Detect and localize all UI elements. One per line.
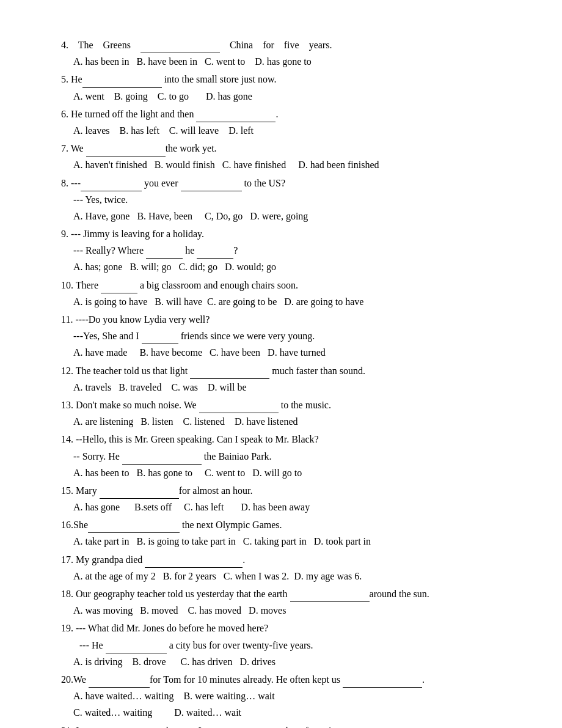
question-7: 7. We the work yet. A. haven't finished …	[61, 140, 525, 173]
q7-options: A. haven't finished B. would finish C. h…	[61, 156, 525, 173]
q13-text: 13. Don't make so much noise. We to the …	[61, 397, 525, 413]
question-20: 20.We for Tom for 10 minutes already. He…	[61, 671, 525, 721]
q15-options: A. has gone B.sets off C. has left D. ha…	[61, 499, 525, 515]
q17-options: A. at the age of my 2 B. for 2 years C. …	[61, 568, 525, 584]
question-9: 9. --- Jimmy is leaving for a holiday. -…	[61, 226, 525, 276]
q8-sub: --- Yes, twice.	[61, 191, 525, 208]
q9-text: 9. --- Jimmy is leaving for a holiday.	[61, 226, 525, 242]
q8-blank2	[181, 191, 242, 191]
q12-options: A. travels B. traveled C. was D. will be	[61, 379, 525, 395]
q18-blank	[290, 601, 370, 602]
question-8: 8. --- you ever to the US? --- Yes, twic…	[61, 175, 525, 225]
question-18: 18. Our geography teacher told us yester…	[61, 586, 525, 619]
q11-options: A. have made B. have become C. have been…	[61, 344, 525, 361]
q15-text: 15. Mary for almost an hour.	[61, 482, 525, 499]
question-12: 12. The teacher told us that light much …	[61, 362, 525, 395]
question-16: 16.She the next Olympic Games. A. take p…	[61, 517, 525, 550]
q16-text: 16.She the next Olympic Games.	[61, 517, 525, 533]
q6-options: A. leaves B. has left C. will leave D. l…	[61, 122, 525, 139]
q17-text: 17. My grandpa died .	[61, 551, 525, 568]
q16-options: A. take part in B. is going to take part…	[61, 533, 525, 550]
question-14: 14. --Hello, this is Mr. Green speaking.…	[61, 431, 525, 481]
question-21: 21. I the way. I here for quite many yea…	[61, 722, 525, 729]
question-4: 4. The Greens China for five years. A. h…	[61, 37, 525, 70]
q14-sub: -- Sorry. He the Bainiao Park.	[61, 448, 525, 465]
q18-text: 18. Our geography teacher told us yester…	[61, 586, 525, 602]
q11-text: 11. ----Do you know Lydia very well?	[61, 311, 525, 328]
question-13: 13. Don't make so much noise. We to the …	[61, 397, 525, 430]
q19-text: 19. --- What did Mr. Jones do before he …	[61, 620, 525, 636]
q20-options-cd: C. waited… waiting D. waited… wait	[61, 704, 525, 721]
q20-options-ab: A. have waited… waiting B. were waiting……	[61, 688, 525, 704]
worksheet: 4. The Greens China for five years. A. h…	[61, 37, 525, 728]
question-19: 19. --- What did Mr. Jones do before he …	[61, 620, 525, 670]
q21-text: 21. I the way. I here for quite many yea…	[61, 722, 525, 729]
q9-options: A. has; gone B. will; go C. did; go D. w…	[61, 259, 525, 275]
q9-sub: --- Really? Where he ?	[61, 242, 525, 259]
q14-options: A. has been to B. has gone to C. went to…	[61, 465, 525, 481]
q5-text: 5. He into the small store just now.	[61, 71, 525, 87]
question-15: 15. Mary for almost an hour. A. has gone…	[61, 482, 525, 515]
q4-options: A. has been in B. have been in C. went t…	[61, 53, 525, 70]
q20-text: 20.We for Tom for 10 minutes already. He…	[61, 671, 525, 688]
q18-options: A. was moving B. moved C. has moved D. m…	[61, 602, 525, 619]
q10-options: A. is going to have B. will have C. are …	[61, 293, 525, 310]
q19-sub: --- He a city bus for over twenty-five y…	[61, 637, 525, 653]
q6-text: 6. He turned off the light and then .	[61, 106, 525, 122]
q19-options: A. is driving B. drove C. has driven D. …	[61, 653, 525, 670]
q5-options: A. went B. going C. to go D. has gone	[61, 88, 525, 105]
q14-text: 14. --Hello, this is Mr. Green speaking.…	[61, 431, 525, 447]
q4-text: 4. The Greens China for five years.	[61, 37, 525, 53]
question-17: 17. My grandpa died . A. at the age of m…	[61, 551, 525, 584]
q10-text: 10. There a big classroom and enough cha…	[61, 277, 525, 293]
q8-options: A. Have, gone B. Have, been C, Do, go D.…	[61, 208, 525, 224]
question-11: 11. ----Do you know Lydia very well? ---…	[61, 311, 525, 361]
q7-text: 7. We the work yet.	[61, 140, 525, 156]
q11-sub: ---Yes, She and I friends since we were …	[61, 328, 525, 344]
q8-text: 8. --- you ever to the US?	[61, 175, 525, 191]
q12-text: 12. The teacher told us that light much …	[61, 362, 525, 379]
question-10: 10. There a big classroom and enough cha…	[61, 277, 525, 310]
q20-blank2	[343, 687, 422, 688]
q13-options: A. are listening B. listen C. listened D…	[61, 413, 525, 430]
question-6: 6. He turned off the light and then . A.…	[61, 106, 525, 139]
question-5: 5. He into the small store just now. A. …	[61, 71, 525, 104]
